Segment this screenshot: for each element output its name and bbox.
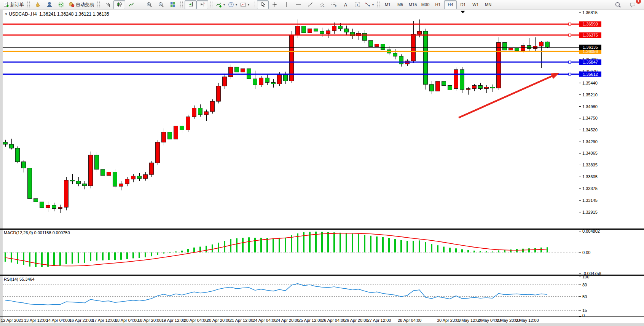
candle-body [344,29,349,32]
horizontal-line-button[interactable] [292,0,304,9]
candle-body [338,26,343,29]
periods-button[interactable]: ▾ [226,0,239,9]
chevron-down-icon[interactable]: ▾ [372,3,374,6]
price-badge: 1.35612 [579,72,601,77]
indicators-icon [216,2,222,8]
rsi-tick-label: 15 [582,308,587,313]
candle-body [369,40,373,46]
chevron-down-icon[interactable]: ▾ [248,3,249,6]
chart-canvas[interactable]: 1.368151.365851.363551.361301.359001.356… [0,0,644,326]
macd-bar [327,232,329,252]
auto-scroll-button[interactable] [185,0,196,9]
vertical-line-button[interactable] [281,0,292,9]
macd-bar [5,252,6,262]
macd-bar [230,239,231,252]
arrows-button[interactable]: ▾ [363,0,375,9]
price-badge: 1.36590 [579,21,601,27]
chevron-down-icon[interactable]: ▾ [236,3,237,6]
candle-body [454,70,458,89]
hline-handle[interactable] [569,61,571,63]
cursor-button[interactable] [257,0,269,9]
equidistant-channel-button[interactable]: E [316,0,328,9]
autotrading-button[interactable]: 自动交易 [67,0,96,9]
timeframe-button-MN[interactable]: MN [482,0,494,9]
hline-handle[interactable] [569,34,571,36]
search-button[interactable] [612,0,624,9]
macd-bar [206,246,207,252]
timeframe-button-M15[interactable]: M15 [406,0,419,9]
new-order-button[interactable]: 新订单 [2,0,26,9]
crosshair-button[interactable] [269,0,281,9]
macd-bar [212,244,213,252]
indicators-button[interactable]: ▾ [214,0,226,9]
timeframe-button-M5[interactable]: M5 [394,0,406,9]
time-tick-label: 18 Apr 04:00 [115,318,139,323]
candlestick-button[interactable] [113,0,125,9]
text-icon: A [343,2,349,8]
zoom-out-button[interactable] [155,0,167,9]
timeframe-button-H4[interactable]: H4 [444,0,457,9]
text-label-button[interactable]: T [351,0,363,9]
svg-text:1.36135: 1.36135 [583,45,598,50]
macd-bar [126,252,128,259]
bar-chart-button[interactable] [102,0,113,9]
macd-bar [425,242,426,252]
time-axis[interactable]: 12 Apr 202313 Apr 12:0014 Apr 04:0016 Ap… [1,318,539,323]
candle-body [174,126,178,139]
chevron-down-icon[interactable]: ▾ [223,3,225,6]
chart-menu-arrow-icon[interactable]: ▼ [5,13,8,16]
timeframe-button-D1[interactable]: D1 [457,0,469,9]
candle-body [95,155,99,169]
macd-bar [279,238,280,252]
zoom-in-button[interactable] [143,0,155,9]
macd-bar [340,233,341,252]
signals-button[interactable] [55,0,67,9]
candle-body [137,176,142,179]
macd-bar [522,249,524,252]
macd-bar [151,252,152,256]
svg-text:1.36590: 1.36590 [583,22,598,26]
timeframe-button-M30[interactable]: M30 [419,0,432,9]
templates-button[interactable]: ▾ [239,0,251,9]
hline-handle[interactable] [569,73,571,75]
hline-handle[interactable] [569,23,571,25]
candle-body [466,89,470,90]
mql5-community-button[interactable] [43,0,55,9]
fibonacci-icon: F [331,2,337,8]
macd-bar [169,252,171,253]
chart-shift-button[interactable] [196,0,208,9]
line-chart-button[interactable] [125,0,137,9]
rsi-indicator-label: RSI(14) 55.3464 [4,277,35,281]
timeframe-button-W1[interactable]: W1 [469,0,482,9]
time-tick-label: 12 Apr 2023 [1,318,23,323]
candle-body [217,86,221,101]
toolbar-separator [377,2,379,8]
price-tick-label: 1.34290 [582,139,598,144]
candle-body [168,132,172,139]
trendline-button[interactable] [304,0,316,9]
candle-body [363,33,367,40]
candle-body [192,108,196,117]
candle-body [125,179,129,184]
svg-text:1.35612: 1.35612 [583,72,598,77]
price-tick-label: 1.34980 [582,104,598,109]
crosshair-icon [272,2,278,8]
time-tick-label: 14 Apr 04:00 [46,318,70,323]
time-tick-label: 30 Apr 23:00 [437,318,461,323]
tile-windows-button[interactable] [167,0,179,9]
notifications-button[interactable]: 1 [627,0,639,9]
text-button[interactable]: A [340,0,351,9]
metaeditor-button[interactable] [32,0,43,9]
timeframe-button-H1[interactable]: H1 [432,0,444,9]
candle-body [277,75,282,84]
macd-bar [370,236,371,252]
fibonacci-button[interactable]: F [328,0,340,9]
macd-bar [492,251,493,252]
rsi-tick-label: 50 [582,294,587,299]
candle-body [28,168,32,198]
macd-bar [388,238,390,252]
macd-bar [358,234,359,252]
candle-body [107,172,111,176]
timeframe-button-M1[interactable]: M1 [381,0,394,9]
candle-body [442,82,446,86]
